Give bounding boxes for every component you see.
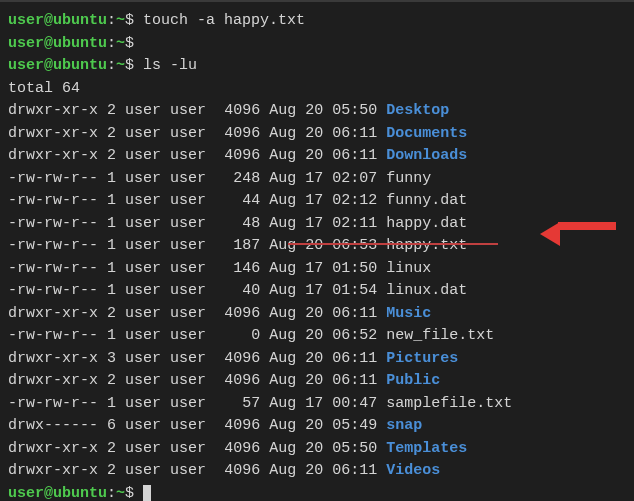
prompt-dollar: $	[125, 12, 134, 29]
month: Aug	[269, 147, 296, 164]
cmd-line: user@ubuntu:~$ touch -a happy.txt	[8, 10, 626, 33]
owner: user	[125, 350, 161, 367]
size: 4096	[215, 417, 260, 434]
month: Aug	[269, 395, 296, 412]
group: user	[170, 170, 206, 187]
group: user	[170, 305, 206, 322]
day: 20	[305, 350, 323, 367]
month: Aug	[269, 417, 296, 434]
time: 05:50	[332, 102, 377, 119]
prompt-path: ~	[116, 57, 125, 74]
permissions: drwxr-xr-x	[8, 350, 98, 367]
command-text: ls -lu	[134, 57, 197, 74]
size: 48	[215, 215, 260, 232]
owner: user	[125, 102, 161, 119]
owner: user	[125, 417, 161, 434]
ls-row: drwx------ 6 user user 4096 Aug 20 05:49…	[8, 415, 626, 438]
permissions: drwxr-xr-x	[8, 102, 98, 119]
month: Aug	[269, 305, 296, 322]
permissions: drwxr-xr-x	[8, 305, 98, 322]
link-count: 6	[107, 417, 116, 434]
group: user	[170, 260, 206, 277]
group: user	[170, 102, 206, 119]
time: 06:11	[332, 125, 377, 142]
prompt-dollar: $	[125, 35, 134, 52]
filename: new_file.txt	[386, 327, 494, 344]
ls-row: -rw-rw-r-- 1 user user 48 Aug 17 02:11 h…	[8, 213, 626, 236]
permissions: -rw-rw-r--	[8, 327, 98, 344]
day: 17	[305, 282, 323, 299]
group: user	[170, 417, 206, 434]
owner: user	[125, 395, 161, 412]
prompt-path: ~	[116, 35, 125, 52]
prompt-sep: :	[107, 12, 116, 29]
cmd-line: user@ubuntu:~$ ls -lu	[8, 55, 626, 78]
prompt-user: user@ubuntu	[8, 35, 107, 52]
prompt-sep: :	[107, 35, 116, 52]
terminal[interactable]: user@ubuntu:~$ touch -a happy.txtuser@ub…	[8, 10, 626, 501]
link-count: 3	[107, 350, 116, 367]
permissions: drwxr-xr-x	[8, 147, 98, 164]
link-count: 2	[107, 102, 116, 119]
size: 4096	[215, 372, 260, 389]
group: user	[170, 215, 206, 232]
total-line: total 64	[8, 78, 626, 101]
owner: user	[125, 327, 161, 344]
day: 17	[305, 260, 323, 277]
filename: happy.dat	[386, 215, 467, 232]
command-text: touch -a happy.txt	[134, 12, 305, 29]
prompt-user: user@ubuntu	[8, 485, 107, 502]
group: user	[170, 350, 206, 367]
month: Aug	[269, 440, 296, 457]
filename: Desktop	[386, 102, 449, 119]
size: 146	[215, 260, 260, 277]
day: 17	[305, 170, 323, 187]
filename: funny	[386, 170, 431, 187]
time: 06:11	[332, 350, 377, 367]
ls-row: -rw-rw-r-- 1 user user 57 Aug 17 00:47 s…	[8, 393, 626, 416]
permissions: -rw-rw-r--	[8, 215, 98, 232]
size: 0	[215, 327, 260, 344]
time: 06:11	[332, 372, 377, 389]
time: 05:49	[332, 417, 377, 434]
size: 4096	[215, 125, 260, 142]
permissions: drwxr-xr-x	[8, 462, 98, 479]
day: 20	[305, 462, 323, 479]
ls-row: -rw-rw-r-- 1 user user 40 Aug 17 01:54 l…	[8, 280, 626, 303]
cursor	[143, 485, 151, 501]
month: Aug	[269, 462, 296, 479]
group: user	[170, 440, 206, 457]
cmd-line[interactable]: user@ubuntu:~$	[8, 483, 626, 502]
link-count: 2	[107, 147, 116, 164]
link-count: 2	[107, 440, 116, 457]
owner: user	[125, 462, 161, 479]
permissions: -rw-rw-r--	[8, 192, 98, 209]
size: 4096	[215, 462, 260, 479]
size: 40	[215, 282, 260, 299]
time: 01:54	[332, 282, 377, 299]
size: 187	[215, 237, 260, 254]
size: 4096	[215, 147, 260, 164]
month: Aug	[269, 372, 296, 389]
prompt-sep: :	[107, 57, 116, 74]
size: 248	[215, 170, 260, 187]
permissions: -rw-rw-r--	[8, 260, 98, 277]
group: user	[170, 372, 206, 389]
ls-row: drwxr-xr-x 2 user user 4096 Aug 20 05:50…	[8, 100, 626, 123]
size: 4096	[215, 350, 260, 367]
filename: linux	[386, 260, 431, 277]
prompt-user: user@ubuntu	[8, 12, 107, 29]
owner: user	[125, 440, 161, 457]
prompt-user: user@ubuntu	[8, 57, 107, 74]
size: 44	[215, 192, 260, 209]
permissions: drwxr-xr-x	[8, 372, 98, 389]
link-count: 1	[107, 282, 116, 299]
time: 06:11	[332, 147, 377, 164]
time: 06:11	[332, 305, 377, 322]
filename: Music	[386, 305, 431, 322]
permissions: -rw-rw-r--	[8, 237, 98, 254]
day: 20	[305, 372, 323, 389]
month: Aug	[269, 170, 296, 187]
filename: snap	[386, 417, 422, 434]
filename: Templates	[386, 440, 467, 457]
